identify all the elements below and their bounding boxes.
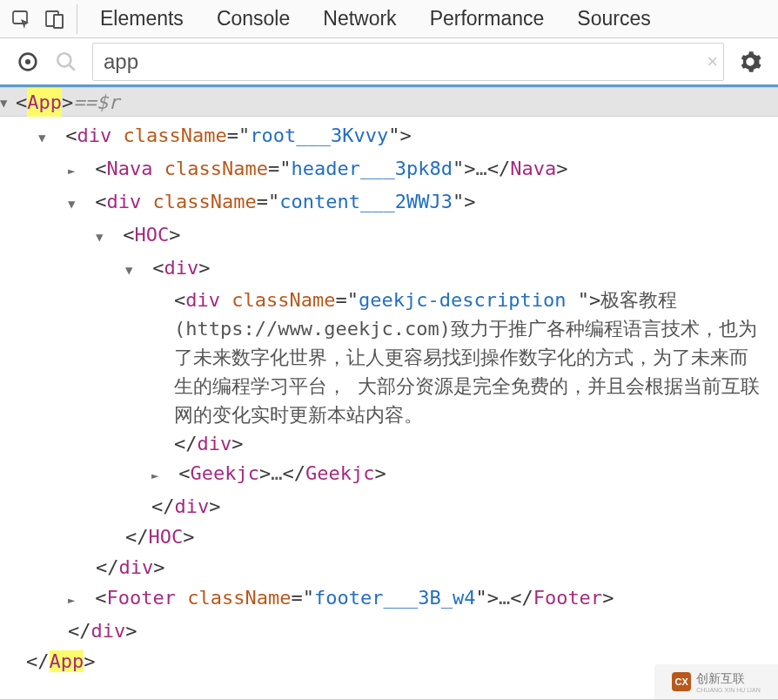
component-name: HOC (135, 224, 170, 246)
tag-name: div (164, 257, 199, 279)
device-toggle-icon[interactable] (38, 3, 71, 36)
tag-name: div (175, 495, 210, 517)
attr-value: content___2WWJ3 (279, 191, 453, 212)
component-name: Nava (510, 158, 556, 179)
search-input-wrap: × (92, 43, 724, 81)
component-name: Footer (533, 587, 602, 609)
tree-row[interactable]: <Nava className="header___3pk8d">…</Nava… (0, 153, 778, 186)
inspect-element-icon[interactable] (5, 3, 38, 36)
component-name: Geekjc (191, 462, 259, 484)
svg-point-5 (25, 58, 30, 64)
chevron-down-icon[interactable] (96, 220, 111, 252)
react-search-bar: × (0, 38, 778, 87)
tab-performance[interactable]: Performance (430, 7, 545, 30)
watermark-logo-icon: CX (672, 672, 691, 691)
divider (77, 4, 77, 34)
tab-network[interactable]: Network (323, 7, 396, 30)
tag-name: div (185, 289, 220, 311)
ellipsis: … (499, 587, 510, 609)
component-tree: <App> == $r <div className="root___3Kvvy… (0, 87, 778, 676)
tree-row-close[interactable]: </div> (0, 616, 778, 646)
svg-line-7 (70, 64, 75, 70)
component-name: Nava (107, 158, 153, 179)
ellipsis: … (475, 158, 486, 179)
attr-name: className (164, 158, 268, 179)
bracket: < (16, 88, 27, 117)
tree-row-close[interactable]: </div> (0, 552, 778, 582)
tree-row[interactable]: <div> (0, 252, 778, 286)
tree-row-selected[interactable]: <App> == $r (0, 87, 778, 117)
bracket: > (62, 88, 73, 117)
devtools-tabbar: Elements Console Network Performance Sou… (0, 0, 778, 38)
chevron-down-icon[interactable] (38, 121, 54, 152)
tab-sources[interactable]: Sources (577, 7, 650, 30)
ref-eq: == (73, 88, 97, 117)
attr-value: footer___3B_w4 (314, 587, 475, 609)
tree-row-close[interactable]: </HOC> (0, 522, 778, 552)
chevron-right-icon[interactable] (151, 459, 167, 490)
tree-row[interactable]: <div className="content___2WWJ3"> (0, 186, 778, 219)
tree-row[interactable]: <div className="geekjc-description ">极客教… (0, 286, 778, 458)
tab-elements[interactable]: Elements (100, 7, 184, 30)
watermark-text: 创新互联 (696, 671, 745, 685)
tag-name: div (91, 620, 126, 642)
tree-row[interactable]: <Footer className="footer___3B_w4">…</Fo… (0, 582, 778, 616)
chevron-right-icon[interactable] (68, 583, 84, 615)
tree-row[interactable]: <HOC> (0, 219, 778, 252)
search-input[interactable] (102, 49, 694, 75)
tab-console[interactable]: Console (217, 7, 290, 30)
tag-name: div (198, 433, 232, 454)
component-name: App (27, 88, 62, 117)
attr-name: className (153, 191, 257, 212)
watermark-badge: CX 创新互联 CHUANG XIN HU LIAN (654, 664, 778, 699)
attr-name: className (124, 125, 227, 146)
attr-value: header___3pk8d (291, 158, 452, 179)
component-name: HOC (149, 526, 184, 548)
svg-point-6 (57, 53, 70, 66)
gear-icon[interactable] (731, 43, 769, 81)
component-name: Geekjc (305, 462, 374, 484)
attr-value: root___3Kvvy (250, 125, 388, 146)
ellipsis: … (271, 462, 282, 484)
attr-name: className (187, 587, 291, 609)
watermark-subtext: CHUANG XIN HU LIAN (696, 687, 761, 693)
tag-name: div (107, 191, 142, 212)
svg-rect-2 (54, 15, 63, 28)
tag-name: div (119, 556, 154, 578)
component-name: App (50, 650, 84, 672)
tag-name: div (77, 125, 112, 146)
target-icon[interactable] (9, 43, 47, 81)
attr-name: className (231, 289, 335, 311)
chevron-down-icon[interactable] (0, 86, 16, 118)
chevron-right-icon[interactable] (68, 154, 84, 185)
ref-var: $r (97, 88, 120, 117)
attr-value: geekjc-description (359, 289, 578, 311)
search-icon[interactable] (47, 43, 85, 81)
component-name: Footer (107, 587, 176, 609)
chevron-down-icon[interactable] (68, 187, 84, 219)
chevron-down-icon[interactable] (125, 253, 141, 285)
tree-row[interactable]: <div className="root___3Kvvy"> (0, 120, 778, 153)
tree-row-close[interactable]: </div> (0, 491, 778, 522)
clear-search-icon[interactable]: × (707, 50, 718, 73)
tree-row[interactable]: <Geekjc>…</Geekjc> (0, 458, 778, 491)
